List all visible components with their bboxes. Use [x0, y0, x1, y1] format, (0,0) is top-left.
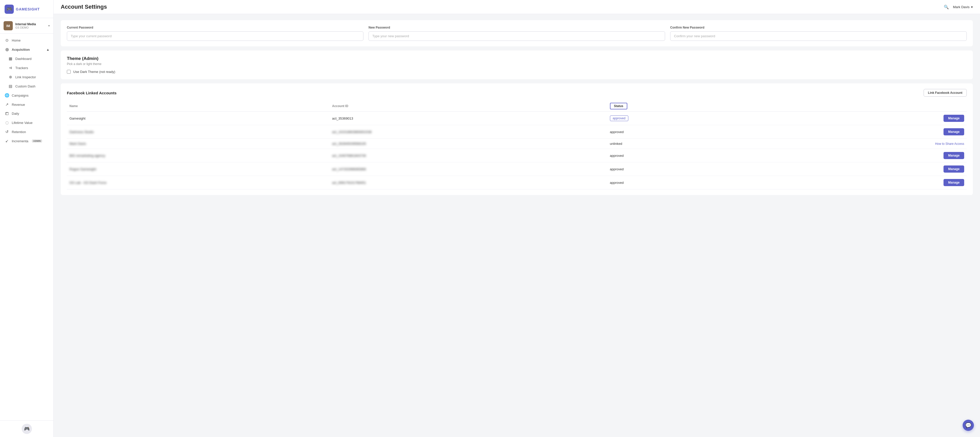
- cell-action: Manage: [754, 125, 967, 139]
- sidebar-item-label-trackers: Trackers: [15, 66, 28, 70]
- org-sub: GS DEMO: [15, 26, 46, 29]
- cell-status: approved: [608, 112, 754, 125]
- link-inspector-icon: ⊕: [8, 75, 13, 79]
- cell-account-id: act_147202996065866: [329, 162, 607, 176]
- sidebar-item-label-link-inspector: Link Inspector: [15, 75, 36, 79]
- sidebar-bottom-icon: 🎮: [22, 424, 32, 434]
- theme-title: Theme (Admin): [67, 56, 967, 61]
- sidebar-item-label-daily: Daily: [12, 112, 19, 116]
- org-switcher[interactable]: IM Internal Media GS DEMO ▾: [0, 18, 53, 34]
- sidebar-item-label-home: Home: [12, 38, 21, 42]
- acquisition-icon: ◎: [5, 47, 9, 52]
- dark-theme-checkbox[interactable]: [67, 70, 71, 74]
- theme-subtitle: Pick a dark or light theme: [67, 62, 967, 66]
- custom-dash-icon: ▤: [8, 84, 13, 89]
- confirm-password-group: Confirm New Password: [670, 26, 967, 41]
- cell-account-id: act_35369013: [329, 112, 607, 125]
- confirm-password-input[interactable]: [670, 32, 967, 41]
- current-password-label: Current Password: [67, 26, 363, 29]
- cell-account-id: act_101518603800001538: [329, 125, 607, 139]
- table-row: Gamesightact_35369013approvedManage: [67, 112, 967, 125]
- sidebar-item-label-campaigns: Campaigns: [12, 93, 29, 97]
- manage-button[interactable]: Manage: [943, 128, 964, 135]
- cell-status: unlinked: [608, 139, 754, 149]
- sidebar-item-label-custom-dash: Custom Dash: [15, 84, 35, 88]
- logo-icon: 🎮: [5, 5, 14, 14]
- manage-button[interactable]: Manage: [943, 179, 964, 186]
- page-title: Account Settings: [61, 3, 107, 10]
- table-row: BIG remarketing agencyact_10407686184373…: [67, 149, 967, 162]
- cell-name: Darkness Studio: [67, 125, 329, 139]
- sidebar-item-incrementa[interactable]: ↙ Incrementa ADMIN: [0, 136, 53, 146]
- cell-action: Manage: [754, 112, 967, 125]
- dark-theme-row: Use Dark Theme (not ready): [67, 70, 967, 74]
- theme-section: Theme (Admin) Pick a dark or light theme…: [61, 51, 973, 79]
- sidebar: 🎮 GAMESIGHT IM Internal Media GS DEMO ▾ …: [0, 0, 54, 437]
- incrementa-icon: ↙: [5, 139, 9, 143]
- current-password-input[interactable]: [67, 32, 363, 41]
- facebook-section: Facebook Linked Accounts Link Facebook A…: [61, 83, 973, 195]
- password-section: Current Password New Password Confirm Ne…: [61, 20, 973, 46]
- cell-account-id: act_104076861843730: [329, 149, 607, 162]
- sidebar-item-trackers[interactable]: ⊲ Trackers: [0, 63, 53, 73]
- sidebar-item-daily[interactable]: ⧠ Daily: [0, 109, 53, 118]
- cell-name: BIG remarketing agency: [67, 149, 329, 162]
- chevron-down-icon: ▾: [48, 24, 50, 27]
- sidebar-item-acquisition[interactable]: ◎ Acquisition ▴: [0, 45, 53, 54]
- daily-icon: ⧠: [5, 111, 9, 116]
- table-row: Darkness Studioact_101518603800001538app…: [67, 125, 967, 139]
- sidebar-item-home[interactable]: ⊙ Home: [0, 36, 53, 45]
- nav-section-main: ⊙ Home ◎ Acquisition ▴ ▦ Dashboard ⊲ Tra…: [0, 34, 53, 147]
- sidebar-bottom: 🎮: [0, 420, 53, 437]
- cell-action: Manage: [754, 176, 967, 190]
- manage-button[interactable]: Manage: [943, 165, 964, 173]
- sidebar-item-campaigns[interactable]: 🌐 Campaigns: [0, 91, 53, 100]
- org-avatar: IM: [3, 21, 13, 30]
- table-row: GS Lab - GS Dash Forceact_69917910176845…: [67, 176, 967, 190]
- sidebar-item-lifetime-value[interactable]: ◌ Lifetime Value: [0, 118, 53, 127]
- sidebar-item-label-incrementa: Incrementa: [12, 139, 28, 143]
- password-fields: Current Password New Password Confirm Ne…: [67, 26, 967, 41]
- user-menu[interactable]: Mark Davis ▾: [953, 5, 973, 9]
- cell-name: GS Lab - GS Dash Force: [67, 176, 329, 190]
- cell-action: How to Share Access: [754, 139, 967, 149]
- new-password-group: New Password: [369, 26, 665, 41]
- sidebar-logo: 🎮 GAMESIGHT: [0, 0, 53, 18]
- sidebar-item-link-inspector[interactable]: ⊕ Link Inspector: [0, 73, 53, 82]
- cell-status: approved: [608, 176, 754, 190]
- sidebar-item-dashboard[interactable]: ▦ Dashboard: [0, 54, 53, 63]
- manage-button[interactable]: Manage: [943, 152, 964, 159]
- status-column-tooltip: Status: [610, 103, 628, 109]
- cell-name: Gamesight: [67, 112, 329, 125]
- new-password-label: New Password: [369, 26, 665, 29]
- chat-bubble[interactable]: 💬: [963, 420, 974, 431]
- col-account-id: Account ID: [329, 101, 607, 112]
- link-facebook-button[interactable]: Link Facebook Account: [924, 89, 967, 97]
- sidebar-item-retention[interactable]: ↺ Retention: [0, 127, 53, 136]
- col-status: Status: [608, 101, 754, 112]
- sidebar-item-custom-dash[interactable]: ▤ Custom Dash: [0, 82, 53, 91]
- facebook-table-wrapper: Name Account ID Status Gamesightact_3536…: [67, 101, 967, 190]
- sidebar-item-revenue[interactable]: ↗ Revenue: [0, 100, 53, 109]
- sidebar-item-label-acquisition: Acquisition: [12, 48, 30, 52]
- sidebar-item-label-retention: Retention: [12, 130, 26, 134]
- cell-action: Manage: [754, 149, 967, 162]
- lifetime-value-icon: ◌: [5, 120, 9, 125]
- sidebar-item-label-dashboard: Dashboard: [15, 57, 32, 61]
- sidebar-item-label-revenue: Revenue: [12, 103, 25, 106]
- new-password-input[interactable]: [369, 32, 665, 41]
- how-to-share-link[interactable]: How to Share Access: [935, 142, 964, 146]
- trackers-icon: ⊲: [8, 65, 13, 70]
- admin-badge: ADMIN: [32, 139, 42, 142]
- user-chevron-icon: ▾: [971, 5, 973, 9]
- org-name: Internal Media: [15, 22, 46, 26]
- home-icon: ⊙: [5, 38, 9, 43]
- cell-name: Rogue Gamesight: [67, 162, 329, 176]
- cell-action: Manage: [754, 162, 967, 176]
- search-icon[interactable]: 🔍: [944, 5, 949, 10]
- manage-button[interactable]: Manage: [943, 115, 964, 122]
- cell-account-id: act_262845039568105: [329, 139, 607, 149]
- content-area: Current Password New Password Confirm Ne…: [54, 14, 980, 437]
- table-body: Gamesightact_35369013approvedManageDarkn…: [67, 112, 967, 190]
- page-header: Account Settings 🔍 Mark Davis ▾: [54, 0, 980, 14]
